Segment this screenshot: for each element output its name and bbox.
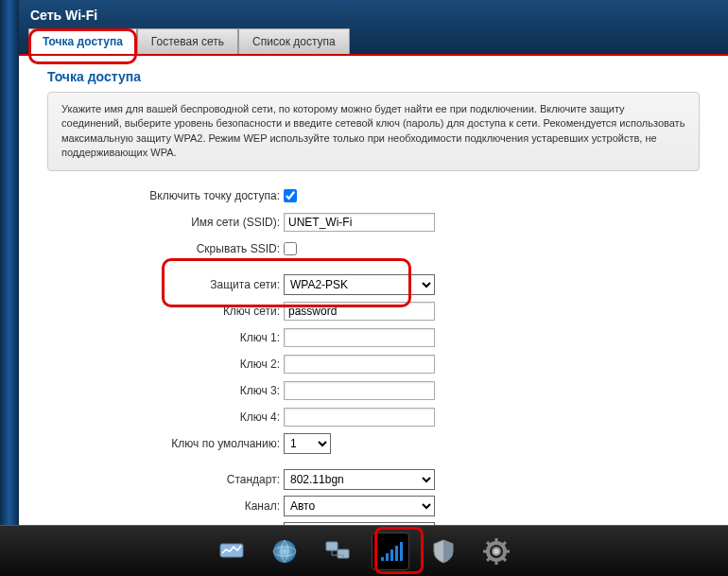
row-key2: Ключ 2:	[47, 353, 700, 375]
row-hide-ssid: Скрывать SSID:	[47, 237, 700, 260]
section-title: Точка доступа	[47, 69, 700, 84]
row-channel: Канал: Авто	[47, 495, 700, 517]
input-key1[interactable]	[284, 328, 435, 347]
tab-access-point[interactable]: Точка доступа	[28, 28, 137, 54]
label-ssid: Имя сети (SSID):	[47, 216, 284, 229]
svg-rect-8	[395, 546, 398, 561]
row-default-key: Ключ по умолчанию: 1	[47, 432, 700, 455]
page-title: Сеть Wi-Fi	[0, 4, 728, 28]
bottom-nav	[0, 525, 728, 576]
label-key: Ключ сети:	[47, 305, 284, 318]
label-hide-ssid: Скрывать SSID:	[47, 242, 284, 255]
input-key4[interactable]	[284, 408, 435, 427]
label-channel: Канал:	[47, 499, 284, 513]
nav-home-network-icon[interactable]	[319, 532, 356, 570]
label-key4: Ключ 4:	[47, 410, 284, 424]
row-standard: Стандарт: 802.11bgn	[47, 468, 700, 491]
content-panel: Точка доступа Укажите имя для вашей бесп…	[0, 56, 728, 576]
tab-row: Точка доступа Гостевая сеть Список досту…	[0, 28, 728, 54]
nav-internet-icon[interactable]	[266, 532, 303, 570]
label-key1: Ключ 1:	[47, 331, 284, 344]
select-channel[interactable]: Авто	[284, 496, 435, 516]
select-standard[interactable]: 802.11bgn	[284, 469, 435, 490]
nav-status-icon[interactable]	[213, 532, 251, 570]
select-security[interactable]: WPA2-PSK	[284, 274, 435, 295]
nav-wifi-icon[interactable]	[372, 532, 409, 570]
label-enable-ap: Включить точку доступа:	[47, 189, 284, 202]
input-key3[interactable]	[284, 381, 435, 400]
input-ssid[interactable]	[284, 213, 435, 232]
input-key[interactable]	[284, 302, 435, 321]
label-standard: Стандарт:	[47, 473, 284, 486]
select-default-key[interactable]: 1	[284, 433, 331, 454]
checkbox-enable-ap[interactable]	[284, 189, 297, 202]
checkbox-hide-ssid[interactable]	[284, 242, 297, 255]
svg-point-1	[273, 540, 296, 563]
nav-security-icon[interactable]	[425, 532, 462, 570]
input-key2[interactable]	[284, 355, 435, 374]
nav-system-icon[interactable]	[477, 532, 515, 570]
svg-rect-7	[390, 550, 393, 561]
row-enable-ap: Включить точку доступа:	[47, 184, 700, 207]
info-text: Укажите имя для вашей беспроводной сети,…	[47, 92, 700, 171]
label-key3: Ключ 3:	[47, 384, 284, 397]
svg-rect-9	[400, 542, 403, 561]
row-key3: Ключ 3:	[47, 379, 700, 402]
row-ssid: Имя сети (SSID):	[47, 211, 700, 234]
left-margin-decor	[0, 0, 19, 525]
row-key1: Ключ 1:	[47, 326, 700, 349]
row-key: Ключ сети:	[47, 300, 700, 323]
svg-rect-0	[220, 544, 243, 557]
row-key4: Ключ 4:	[47, 406, 700, 428]
label-default-key: Ключ по умолчанию:	[47, 437, 284, 450]
tab-access-list[interactable]: Список доступа	[238, 28, 350, 54]
svg-point-20	[494, 549, 499, 554]
row-security: Защита сети: WPA2-PSK	[47, 273, 700, 296]
label-key2: Ключ 2:	[47, 358, 284, 371]
tab-guest-network[interactable]: Гостевая сеть	[137, 28, 238, 54]
svg-rect-6	[386, 553, 389, 561]
svg-rect-5	[381, 557, 384, 561]
label-security: Защита сети:	[47, 278, 284, 291]
svg-rect-3	[326, 542, 338, 550]
top-bar: Сеть Wi-Fi Точка доступа Гостевая сеть С…	[0, 0, 728, 54]
